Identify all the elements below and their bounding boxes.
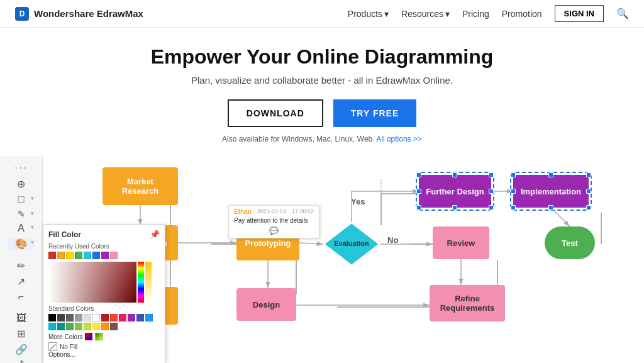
nav-pricing[interactable]: Pricing xyxy=(462,9,489,19)
swatch-medgray[interactable] xyxy=(75,314,82,321)
swatch-green[interactable] xyxy=(66,323,74,330)
swatch-purple[interactable] xyxy=(128,314,135,321)
toolbar-link[interactable]: 🔗 xyxy=(8,343,35,355)
swatch-darkgray[interactable] xyxy=(57,314,65,321)
swatch-brown[interactable] xyxy=(110,323,118,330)
color-swatch-blue[interactable] xyxy=(92,252,100,259)
evaluation-node[interactable]: Evaluation xyxy=(323,222,380,269)
impl-handle-tl[interactable] xyxy=(511,172,516,177)
swatch-teal[interactable] xyxy=(57,323,65,330)
impl-handle-br[interactable] xyxy=(586,205,591,210)
swatch-darkred[interactable] xyxy=(101,314,109,321)
flowchart-tooltip: Ethan 2021-07-03 17:30:52 Pay attention … xyxy=(228,205,319,238)
panel-pin-icon[interactable]: 📌 xyxy=(150,230,160,239)
resize-handle-bm[interactable] xyxy=(452,205,457,210)
tooltip-header: Ethan 2021-07-03 17:30:52 xyxy=(234,208,314,215)
resize-handle-tl[interactable] xyxy=(416,172,421,177)
market-research-node[interactable]: Market Research xyxy=(103,167,178,205)
impl-handle-tr[interactable] xyxy=(586,172,591,177)
color-swatch-yellow[interactable] xyxy=(66,252,74,259)
nav-promotion[interactable]: Promotion xyxy=(502,9,542,19)
no-label: No xyxy=(387,235,398,245)
review-node[interactable]: Review xyxy=(433,226,489,259)
no-fill-option[interactable]: No Fill xyxy=(48,342,160,351)
toolbar-image[interactable]: 🖼 xyxy=(8,313,35,324)
main-nav: Products ▾ Resources ▾ Pricing Promotion… xyxy=(348,5,629,22)
resize-handle-br[interactable] xyxy=(489,205,494,210)
swatch-cyan[interactable] xyxy=(48,323,56,330)
color-swatch-teal[interactable] xyxy=(84,252,91,259)
toolbar-fill[interactable]: 🎨▾ xyxy=(8,238,35,250)
swatch-red[interactable] xyxy=(110,314,118,321)
more-colors-swatch[interactable] xyxy=(85,333,92,340)
swatch-yellow[interactable] xyxy=(92,323,100,330)
diagram-container: ··· ⊕ □▾ ✎▾ A▾ 🎨▾ ✏ ↗ ⌐ 🖼 ⊞ 🔗 ⤴ Fill Col… xyxy=(0,156,644,363)
toolbar-text[interactable]: A▾ xyxy=(8,223,35,234)
swatch-gray[interactable] xyxy=(66,314,74,321)
try-free-button[interactable]: TRY FREE xyxy=(333,99,416,127)
svg-line-25 xyxy=(551,208,570,226)
color-swatch-orange[interactable] xyxy=(57,252,65,259)
resize-handle-mr[interactable] xyxy=(489,189,494,194)
swatch-indigo[interactable] xyxy=(136,314,144,321)
resize-handle-tm[interactable] xyxy=(452,172,457,177)
toolbar-pen[interactable]: ✎▾ xyxy=(8,209,35,219)
implementation-node[interactable]: Implementation xyxy=(513,175,589,208)
all-options-link[interactable]: All options >> xyxy=(376,135,422,143)
hue-slider[interactable] xyxy=(138,262,144,303)
recently-used-label: Recently Used Colors xyxy=(48,243,160,250)
tooltip-user: Ethan xyxy=(234,208,252,215)
further-design-wrapper: Further Design xyxy=(419,175,491,208)
fill-panel-title: Fill Color 📌 xyxy=(48,230,160,239)
color-gradient-area[interactable] xyxy=(48,262,136,303)
sign-in-button[interactable]: SIGN IN xyxy=(555,5,604,22)
search-icon[interactable]: 🔍 xyxy=(616,8,629,20)
options-link[interactable]: Options... xyxy=(48,351,160,358)
impl-handle-bl[interactable] xyxy=(511,205,516,210)
logo: D Wondershare EdrawMax xyxy=(15,7,143,21)
swatch-lime[interactable] xyxy=(84,323,91,330)
color-swatch-green[interactable] xyxy=(75,252,82,259)
recently-used-colors xyxy=(48,252,160,259)
swatch-redpink[interactable] xyxy=(119,314,126,321)
swatch-orange[interactable] xyxy=(101,323,109,330)
further-design-node[interactable]: Further Design xyxy=(419,175,491,208)
hero-buttons: DOWNLOAD TRY FREE xyxy=(13,99,631,127)
toolbar-shapes[interactable]: □▾ xyxy=(8,194,35,205)
refine-requirements-node[interactable]: Refine Requirements xyxy=(430,285,505,321)
more-colors-swatch-2[interactable] xyxy=(95,333,103,340)
impl-handle-tm[interactable] xyxy=(548,172,553,177)
resize-handle-ml[interactable] xyxy=(416,189,421,194)
more-colors-row[interactable]: More Colors xyxy=(48,333,160,340)
toolbar-line[interactable]: ✏ xyxy=(8,260,35,272)
hero-availability: Also available for Windows, Mac, Linux, … xyxy=(13,135,631,143)
swatch-black[interactable] xyxy=(48,314,56,321)
impl-handle-ml[interactable] xyxy=(511,189,516,194)
color-swatch-purple[interactable] xyxy=(101,252,109,259)
toolbar-cursor[interactable]: ⊕ xyxy=(8,178,35,190)
impl-handle-mr[interactable] xyxy=(586,189,591,194)
test-node[interactable]: Test xyxy=(545,226,595,259)
toolbar-export[interactable]: ⤴ xyxy=(8,359,35,363)
swatch-lightgreen[interactable] xyxy=(75,323,82,330)
swatch-blue[interactable] xyxy=(145,314,153,321)
download-button[interactable]: DOWNLOAD xyxy=(228,99,323,127)
nav-products[interactable]: Products ▾ xyxy=(348,9,389,19)
design-node[interactable]: Design xyxy=(236,288,296,321)
resize-handle-bl[interactable] xyxy=(416,205,421,210)
swatch-lightgray[interactable] xyxy=(84,314,91,321)
toolbar-dots: ··· xyxy=(14,161,28,174)
color-swatch-pink[interactable] xyxy=(110,252,118,259)
nav-resources[interactable]: Resources ▾ xyxy=(401,9,450,19)
chevron-down-icon: ▾ xyxy=(384,9,389,19)
toolbar-arrow[interactable]: ↗ xyxy=(8,276,35,288)
standard-colors xyxy=(48,314,160,330)
toolbar-table[interactable]: ⊞ xyxy=(8,328,35,340)
swatch-white[interactable] xyxy=(92,314,100,321)
alpha-slider[interactable] xyxy=(145,262,152,303)
resize-handle-tr[interactable] xyxy=(489,172,494,177)
tooltip-chat-icon: 💬 xyxy=(269,226,279,235)
toolbar-connector[interactable]: ⌐ xyxy=(8,291,35,303)
color-swatch-red[interactable] xyxy=(48,252,56,259)
impl-handle-bm[interactable] xyxy=(548,205,553,210)
